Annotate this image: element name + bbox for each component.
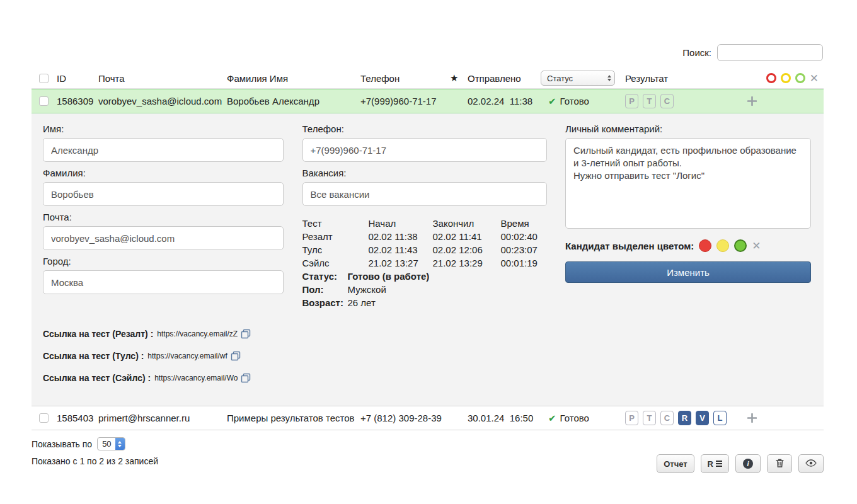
test-link-sales: Ссылка на тест (Сэйлс) : https://vacancy… xyxy=(43,371,284,385)
city-label: Город: xyxy=(43,256,284,266)
page-size-label: Показывать по xyxy=(32,439,92,449)
delete-button[interactable] xyxy=(767,454,792,473)
eye-icon xyxy=(805,459,817,469)
test-links: Ссылка на тест (Резалт) : https://vacanc… xyxy=(43,327,284,385)
test-link-url[interactable]: https://vacancy.email/wf xyxy=(147,349,227,363)
copy-icon[interactable] xyxy=(241,329,251,339)
badge-v[interactable]: V xyxy=(696,411,709,425)
header-name[interactable]: Фамилия Имя xyxy=(227,73,360,84)
page-size-value: 50 xyxy=(102,439,111,449)
row-sent: 02.02.24 11:38 xyxy=(468,96,541,106)
status-label: Статус: xyxy=(302,270,348,283)
test-link-tuls: Ссылка на тест (Тулс) : https://vacancy.… xyxy=(43,349,284,363)
table-row[interactable]: 1585403 primert@hrscanner.ru Примеры рез… xyxy=(32,406,824,430)
table-row[interactable]: 1586309 vorobyev_sasha@icloud.com Воробь… xyxy=(32,89,824,113)
search-row: Поиск: xyxy=(682,44,823,61)
select-all-checkbox[interactable] xyxy=(39,74,49,83)
row-email: primert@hrscanner.ru xyxy=(98,413,227,423)
candidate-detail-panel: Имя: Фамилия: Почта: Город: Ссылка на те… xyxy=(32,113,824,406)
test-time: 00:02:40 xyxy=(501,231,553,243)
test-link-url[interactable]: https://vacancy.email/Wo xyxy=(154,371,238,385)
clear-color-icon[interactable]: ✕ xyxy=(752,241,761,251)
header-email[interactable]: Почта xyxy=(98,73,227,84)
copy-icon[interactable] xyxy=(231,351,241,361)
row-name: Воробьев Александр xyxy=(227,96,360,106)
badge-r[interactable]: R xyxy=(678,411,691,425)
r-label: R xyxy=(708,459,713,469)
test-start: 21.02 13:27 xyxy=(369,257,433,270)
header-result[interactable]: Результат xyxy=(625,73,733,84)
test-name: Тулс xyxy=(302,244,369,256)
detail-left-column: Имя: Фамилия: Почта: Город: Ссылка на те… xyxy=(43,122,284,393)
copy-icon[interactable] xyxy=(241,373,251,383)
email-field[interactable] xyxy=(43,226,284,250)
last-name-field[interactable] xyxy=(43,182,284,206)
badge-l[interactable]: L xyxy=(713,411,727,425)
vacancy-label: Вакансия: xyxy=(302,168,547,178)
badge-p[interactable]: P xyxy=(625,411,638,425)
row-sent: 30.01.24 16:50 xyxy=(468,413,541,423)
green-filter-icon[interactable] xyxy=(795,73,805,83)
candidate-color-row: Кандидат выделен цветом: ✕ xyxy=(565,239,811,252)
tests-header-test: Тест xyxy=(302,217,369,230)
row-id: 1586309 xyxy=(57,96,98,106)
row-phone: +7(999)960-71-17 xyxy=(360,96,450,106)
pagination: Показывать по 50 Показано с 1 по 2 из 2 … xyxy=(32,437,158,466)
city-field[interactable] xyxy=(43,270,284,294)
test-link-rezalt: Ссылка на тест (Резалт) : https://vacanc… xyxy=(43,327,284,341)
tests-table: Тест Начал Закончил Время Резалт 02.02 1… xyxy=(302,217,547,309)
candidate-color-label: Кандидат выделен цветом: xyxy=(565,241,694,251)
gender-line: Пол: Мужской xyxy=(302,284,547,296)
page-size-select[interactable]: 50 xyxy=(97,437,125,450)
info-button[interactable]: i xyxy=(735,454,761,473)
red-color-icon[interactable] xyxy=(699,239,711,252)
badge-t[interactable]: T xyxy=(643,94,656,108)
test-start: 02.02 11:43 xyxy=(369,244,433,256)
row-checkbox[interactable] xyxy=(39,96,49,106)
green-color-icon[interactable] xyxy=(734,239,747,252)
yellow-color-icon[interactable] xyxy=(716,239,729,252)
report-button[interactable]: Отчет xyxy=(657,454,694,473)
row-email: vorobyev_sasha@icloud.com xyxy=(98,96,227,106)
r-list-button[interactable]: R xyxy=(701,454,729,473)
vacancy-field[interactable] xyxy=(302,182,547,206)
test-start: 02.02 11:38 xyxy=(369,231,433,243)
test-link-url[interactable]: https://vacancy.email/zZ xyxy=(157,327,238,341)
test-link-label: Ссылка на тест (Сэйлс) : xyxy=(43,371,151,385)
chevron-updown-icon xyxy=(115,437,125,450)
row-phone: +7 (812) 309-28-39 xyxy=(360,413,450,423)
comment-field[interactable]: Сильный кандидат, есть профильное образо… xyxy=(565,138,811,229)
test-link-label: Ссылка на тест (Тулс) : xyxy=(43,349,144,363)
test-name: Резалт xyxy=(302,231,369,243)
add-icon[interactable] xyxy=(747,413,757,423)
header-phone[interactable]: Телефон xyxy=(360,73,450,84)
badge-c[interactable]: C xyxy=(660,411,674,425)
yellow-filter-icon[interactable] xyxy=(781,73,791,83)
phone-field[interactable] xyxy=(302,138,547,162)
status-filter-select[interactable]: Статус xyxy=(541,71,615,86)
chevron-updown-icon xyxy=(607,75,611,81)
result-badges: P T C R V L xyxy=(625,411,727,425)
header-sent[interactable]: Отправлено xyxy=(468,73,541,84)
star-icon[interactable]: ★ xyxy=(450,72,468,84)
age-label: Возраст: xyxy=(302,297,348,309)
test-link-label: Ссылка на тест (Резалт) : xyxy=(43,327,153,341)
badge-p[interactable]: P xyxy=(625,94,638,108)
view-button[interactable] xyxy=(798,454,824,473)
search-input[interactable] xyxy=(717,44,823,61)
header-id[interactable]: ID xyxy=(57,73,98,84)
first-name-field[interactable] xyxy=(43,138,284,162)
badge-c[interactable]: C xyxy=(660,94,674,108)
gender-label: Пол: xyxy=(302,284,348,296)
trash-icon xyxy=(775,458,785,470)
test-end: 02.02 11:41 xyxy=(433,231,501,243)
edit-button[interactable]: Изменить xyxy=(565,261,811,283)
row-checkbox[interactable] xyxy=(39,413,49,423)
add-icon[interactable] xyxy=(747,96,757,106)
actions-toolbar: Отчет R i xyxy=(657,454,824,473)
clear-filter-icon[interactable]: ✕ xyxy=(810,73,819,84)
red-filter-icon[interactable] xyxy=(766,73,776,83)
list-icon xyxy=(716,461,722,467)
page: Поиск: ID Почта Фамилия Имя Телефон ★ От… xyxy=(0,0,857,504)
badge-t[interactable]: T xyxy=(643,411,656,425)
